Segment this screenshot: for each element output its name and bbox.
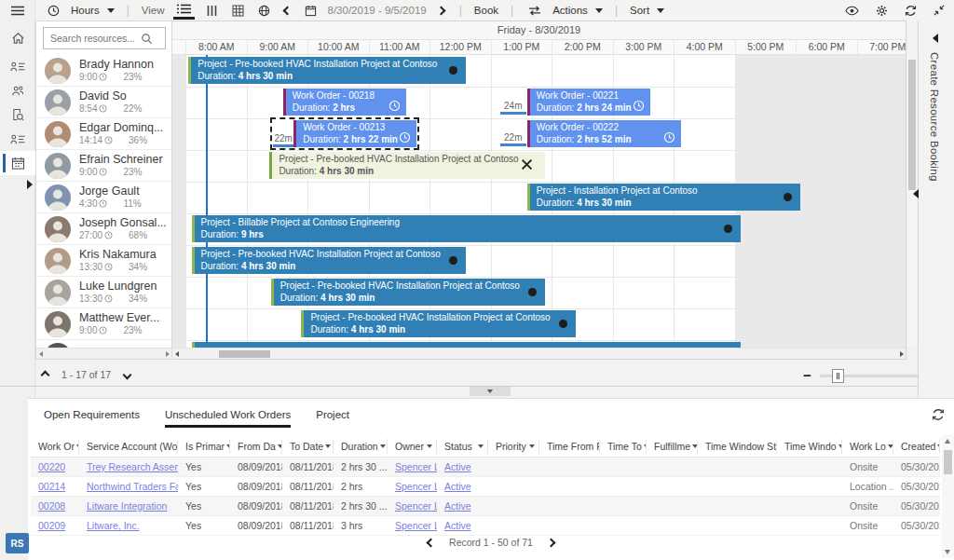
previous-range-icon[interactable] [281, 1, 293, 20]
table-header-cell[interactable]: Service Account (Work . [79, 439, 178, 454]
actions-dropdown[interactable]: Actions [552, 5, 603, 16]
hamburger-menu-icon[interactable] [0, 0, 35, 20]
resource-search[interactable] [43, 27, 166, 49]
table-header-cell[interactable]: Fulfillme [647, 439, 698, 454]
record-link[interactable]: Spencer L... [395, 481, 437, 492]
sidebar-item-requirements[interactable] [0, 102, 35, 127]
scroll-right-icon[interactable] [166, 351, 170, 357]
resource-row[interactable]: Joseph Gonsal...27:0068% [36, 213, 172, 245]
record-link[interactable]: 00209 [38, 520, 65, 531]
record-link[interactable]: 00220 [38, 461, 65, 472]
table-vscroll-thumb[interactable] [944, 450, 952, 474]
create-booking-panel[interactable]: Create Resource Booking [918, 20, 954, 398]
table-header-cell[interactable]: Owner [388, 439, 437, 454]
refresh-icon[interactable] [905, 5, 917, 17]
selected-booking[interactable]: 22mWork Order - 00213Duration: 2 hrs 22 … [270, 117, 419, 150]
panel-expand-icon[interactable] [913, 189, 919, 198]
record-link[interactable]: Active [444, 461, 471, 472]
visibility-icon[interactable] [845, 6, 859, 16]
grid-hscroll-thumb[interactable] [219, 350, 270, 358]
filter-caret-icon[interactable] [529, 444, 535, 448]
table-header-cell[interactable]: Duration [334, 439, 388, 454]
record-link[interactable]: Spencer L... [395, 461, 437, 472]
record-link[interactable]: Spencer L... [395, 500, 437, 512]
booking-block[interactable]: Project - Billable Project at Contoso En… [192, 215, 742, 242]
grid-body[interactable]: Project - Pre-booked HVAC Installation P… [172, 55, 906, 349]
filter-caret-icon[interactable] [937, 444, 940, 448]
zoom-slider-thumb[interactable] [832, 369, 844, 383]
sidebar-item-resource-groups[interactable] [0, 78, 35, 102]
filter-caret-icon[interactable] [888, 444, 893, 448]
booking-block[interactable]: Project - Pre-booked HVAC Installation P… [271, 279, 546, 306]
panel-collapse-icon[interactable] [933, 34, 938, 43]
record-link[interactable]: 00208 [38, 500, 65, 512]
zoom-slider[interactable] [820, 375, 920, 377]
pager-down-icon[interactable] [123, 370, 132, 379]
filter-caret-icon[interactable] [325, 444, 331, 448]
splitter-handle[interactable] [470, 387, 511, 396]
table-refresh-icon[interactable] [932, 408, 945, 421]
scroll-up-icon[interactable] [945, 439, 950, 444]
resource-row[interactable]: David So8:5422% [36, 87, 172, 118]
booking-block[interactable]: Work Order - 00222Duration: 2 hrs 52 min [527, 120, 681, 147]
table-header-cell[interactable]: Status [437, 439, 488, 454]
sidebar-item-resources[interactable] [0, 54, 35, 78]
sidebar-item-schedule-board[interactable] [0, 151, 35, 175]
list-view-icon[interactable] [173, 1, 195, 20]
table-header-cell[interactable]: Time Window St [698, 439, 777, 454]
tab-unscheduled-work-orders[interactable]: Unscheduled Work Orders [165, 409, 291, 428]
record-link[interactable]: Litware, Inc. [87, 520, 140, 531]
sort-dropdown[interactable]: Sort [630, 5, 664, 16]
table-header-cell[interactable]: Time From F [539, 439, 600, 454]
sidebar-item-bookings[interactable] [0, 127, 35, 151]
record-link[interactable]: Spencer L... [395, 520, 437, 531]
next-page-icon[interactable] [546, 538, 555, 547]
table-header-cell[interactable]: Priority [488, 439, 539, 454]
booking-block[interactable]: Project - Installation Project at Contos… [527, 184, 800, 211]
table-header-cell[interactable]: From Da [230, 439, 282, 454]
record-link[interactable]: Active [444, 481, 471, 492]
grid-hscrollbar[interactable] [172, 348, 906, 359]
table-row[interactable]: 00220Trey Research AssemblyYes08/09/2018… [31, 458, 940, 477]
tab-project[interactable]: Project [316, 409, 349, 428]
resource-row[interactable]: Matthew Ever...9:0023% [36, 308, 172, 340]
booking-block[interactable]: Project - Pre-booked HVAC Installation P… [269, 152, 545, 179]
record-link[interactable]: 00214 [38, 481, 65, 492]
booking-block[interactable]: Project - Pre-booked HVAC Installation P… [301, 310, 576, 337]
record-link[interactable]: Active [444, 520, 471, 531]
resource-list-hscrollbar[interactable] [36, 348, 172, 359]
sidebar-expand-icon[interactable] [27, 180, 33, 189]
pager-up-icon[interactable] [41, 370, 50, 379]
date-range-label[interactable]: 8/30/2019 - 9/5/2019 [328, 5, 427, 16]
resource-row[interactable]: Jorge Gault4:3011% [36, 182, 172, 213]
grid-vscrollbar[interactable] [906, 54, 918, 347]
booking-block[interactable]: Work Order - 00218Duration: 2 hrs [283, 89, 406, 116]
book-button[interactable]: Book [474, 5, 498, 16]
calendar-icon[interactable] [302, 1, 320, 20]
filter-caret-icon[interactable] [380, 444, 386, 448]
tab-open-requirements[interactable]: Open Requirements [44, 409, 140, 428]
record-link[interactable]: Northwind Traders Fabric... [87, 481, 178, 492]
resource-row[interactable]: Kris Nakamura13:3034% [36, 245, 172, 277]
table-header-cell[interactable]: Time Windo [777, 439, 842, 454]
previous-page-icon[interactable] [427, 538, 436, 547]
booking-block[interactable]: Project - Pre-booked HVAC Installation P… [188, 57, 466, 84]
scroll-down-icon[interactable] [945, 550, 950, 554]
cancel-preview-icon[interactable] [521, 158, 534, 171]
resource-row[interactable]: Brady Hannon9:0023% [36, 55, 172, 87]
zoom-out-button[interactable]: − [803, 371, 811, 380]
search-input[interactable] [44, 33, 141, 44]
sidebar-item-home[interactable] [0, 26, 35, 50]
resource-row[interactable]: Efrain Schreiner9:0023% [36, 150, 172, 182]
table-row[interactable]: 00208Litware IntegrationYes08/09/201808/… [31, 497, 940, 516]
table-header-cell[interactable]: Time To [600, 439, 647, 454]
next-range-icon[interactable] [435, 1, 447, 20]
grid-vscroll-thumb[interactable] [908, 60, 916, 190]
booking-block[interactable]: Project - Pre-booked HVAC Installation P… [192, 247, 467, 274]
user-initials-badge[interactable]: RS [6, 533, 29, 553]
grid-view-icon[interactable] [229, 1, 247, 20]
scroll-left-icon[interactable] [39, 351, 43, 357]
collapse-icon[interactable] [934, 5, 945, 16]
table-row[interactable]: 00209Litware, Inc.Yes08/09/201808/11/201… [31, 516, 940, 536]
record-link[interactable]: Active [444, 500, 471, 512]
